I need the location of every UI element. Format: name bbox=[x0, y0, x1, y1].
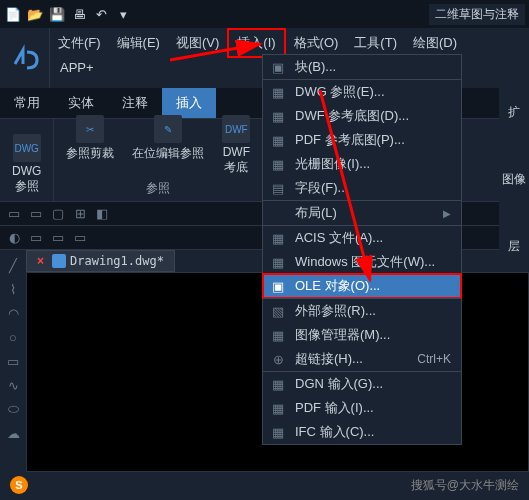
ribbon-inplace[interactable]: ✎在位编辑参照 bbox=[126, 113, 210, 178]
print-icon[interactable]: 🖶 bbox=[70, 5, 88, 23]
pdf-in-icon: ▦ bbox=[269, 399, 287, 417]
menu-item-dgn[interactable]: ▦DGN 输入(G)... bbox=[263, 371, 461, 396]
block-icon: ▣ bbox=[269, 58, 287, 76]
pdf-icon: ▦ bbox=[269, 131, 287, 149]
dropdown-icon[interactable]: ▾ bbox=[114, 5, 132, 23]
tb-icon[interactable]: ▭ bbox=[4, 204, 24, 224]
menu-item-dwf-ref[interactable]: ▦DWF 参考底图(D)... bbox=[263, 104, 461, 128]
xref-icon: ▧ bbox=[269, 302, 287, 320]
menu-edit[interactable]: 编辑(E) bbox=[109, 30, 168, 56]
title-bar: 📄 📂 💾 🖶 ↶ ▾ 二维草图与注释 bbox=[0, 0, 529, 28]
vertical-toolbar: ╱ ⌇ ◠ ○ ▭ ∿ ⬭ ☁ bbox=[0, 250, 26, 490]
watermark-text: 搜狐号@大水牛测绘 bbox=[411, 477, 519, 494]
app-logo bbox=[0, 28, 50, 88]
ifc-icon: ▦ bbox=[269, 423, 287, 441]
menu-format[interactable]: 格式(O) bbox=[286, 30, 347, 56]
workspace-mode[interactable]: 二维草图与注释 bbox=[429, 4, 525, 25]
shortcut-label: Ctrl+K bbox=[417, 352, 451, 366]
save-icon[interactable]: 💾 bbox=[48, 5, 66, 23]
dwg-icon: ▦ bbox=[269, 83, 287, 101]
image-icon: ▦ bbox=[269, 155, 287, 173]
tb-icon[interactable]: ▭ bbox=[70, 228, 90, 248]
dwg-icon: DWG bbox=[13, 134, 41, 162]
tb-icon[interactable]: ◧ bbox=[92, 204, 112, 224]
spline-icon[interactable]: ∿ bbox=[4, 376, 22, 394]
menu-item-xref[interactable]: ▧外部参照(R)... bbox=[263, 298, 461, 323]
rect-icon[interactable]: ▭ bbox=[4, 352, 22, 370]
layout-icon bbox=[269, 204, 287, 222]
menu-item-raster[interactable]: ▦光栅图像(I)... bbox=[263, 152, 461, 176]
wmf-icon: ▦ bbox=[269, 253, 287, 271]
dwf-icon: ▦ bbox=[269, 107, 287, 125]
menu-item-acis[interactable]: ▦ACIS 文件(A)... bbox=[263, 225, 461, 250]
menu-item-dwg-ref[interactable]: ▦DWG 参照(E)... bbox=[263, 79, 461, 104]
menu-item-field[interactable]: ▤字段(F)... bbox=[263, 176, 461, 200]
dwg-file-icon bbox=[52, 254, 66, 268]
clip-icon: ✂ bbox=[76, 115, 104, 143]
tb-icon[interactable]: ▭ bbox=[26, 204, 46, 224]
ellipse-icon[interactable]: ⬭ bbox=[4, 400, 22, 418]
ribbon-clip[interactable]: ✂参照剪裁 bbox=[60, 113, 120, 178]
dgn-icon: ▦ bbox=[269, 375, 287, 393]
submenu-arrow-icon: ▶ bbox=[443, 208, 451, 219]
dwf-icon: DWF bbox=[222, 115, 250, 143]
menu-item-layout[interactable]: 布局(L)▶ bbox=[263, 200, 461, 225]
menu-item-block[interactable]: ▣块(B)... bbox=[263, 55, 461, 79]
edit-icon: ✎ bbox=[154, 115, 182, 143]
right-layer[interactable]: 层 bbox=[508, 238, 520, 255]
arc-icon[interactable]: ◠ bbox=[4, 304, 22, 322]
document-name: Drawing1.dwg* bbox=[70, 254, 164, 268]
menu-item-ole[interactable]: ▣OLE 对象(O)... bbox=[263, 274, 461, 298]
sohu-icon: S bbox=[10, 476, 28, 494]
right-panel: 扩 图像 层 bbox=[499, 84, 529, 255]
tb-icon[interactable]: ◐ bbox=[4, 228, 24, 248]
ribbon-dwf[interactable]: DWFDWF 考底 bbox=[216, 113, 256, 178]
imgmgr-icon: ▦ bbox=[269, 326, 287, 344]
sohu-watermark: S bbox=[10, 476, 28, 494]
menu-tools[interactable]: 工具(T) bbox=[346, 30, 405, 56]
menu-view[interactable]: 视图(V) bbox=[168, 30, 227, 56]
undo-icon[interactable]: ↶ bbox=[92, 5, 110, 23]
insert-dropdown: ▣块(B)... ▦DWG 参照(E)... ▦DWF 参考底图(D)... ▦… bbox=[262, 54, 462, 445]
open-icon[interactable]: 📂 bbox=[26, 5, 44, 23]
link-icon: ⊕ bbox=[269, 350, 287, 368]
line-icon[interactable]: ╱ bbox=[4, 256, 22, 274]
menu-item-wmf[interactable]: ▦Windows 图元文件(W)... bbox=[263, 250, 461, 274]
menu-item-pdf-ref[interactable]: ▦PDF 参考底图(P)... bbox=[263, 128, 461, 152]
tb-icon[interactable]: ⊞ bbox=[70, 204, 90, 224]
menu-item-pdf[interactable]: ▦PDF 输入(I)... bbox=[263, 396, 461, 420]
ribbon-dwg-ref[interactable]: DWGDWG 参照 bbox=[6, 132, 47, 197]
polyline-icon[interactable]: ⌇ bbox=[4, 280, 22, 298]
menu-item-ifc[interactable]: ▦IFC 输入(C)... bbox=[263, 420, 461, 444]
tb-icon[interactable]: ▭ bbox=[26, 228, 46, 248]
menu-file[interactable]: 文件(F) bbox=[50, 30, 109, 56]
right-ext[interactable]: 扩 bbox=[508, 104, 520, 121]
tab-common[interactable]: 常用 bbox=[0, 88, 54, 118]
menu-item-hyperlink[interactable]: ⊕超链接(H)...Ctrl+K bbox=[263, 347, 461, 371]
menu-item-imgmgr[interactable]: ▦图像管理器(M)... bbox=[263, 323, 461, 347]
new-icon[interactable]: 📄 bbox=[4, 5, 22, 23]
field-icon: ▤ bbox=[269, 179, 287, 197]
cloud-icon[interactable]: ☁ bbox=[4, 424, 22, 442]
tb-icon[interactable]: ▭ bbox=[48, 228, 68, 248]
tb-icon[interactable]: ▢ bbox=[48, 204, 68, 224]
document-tab[interactable]: × Drawing1.dwg* bbox=[26, 250, 175, 272]
menu-draw[interactable]: 绘图(D) bbox=[405, 30, 465, 56]
circle-icon[interactable]: ○ bbox=[4, 328, 22, 346]
acis-icon: ▦ bbox=[269, 229, 287, 247]
ribbon-group-label: 参照 bbox=[146, 178, 170, 197]
close-icon[interactable]: × bbox=[37, 254, 44, 268]
ole-icon: ▣ bbox=[269, 277, 287, 295]
right-image[interactable]: 图像 bbox=[502, 171, 526, 188]
